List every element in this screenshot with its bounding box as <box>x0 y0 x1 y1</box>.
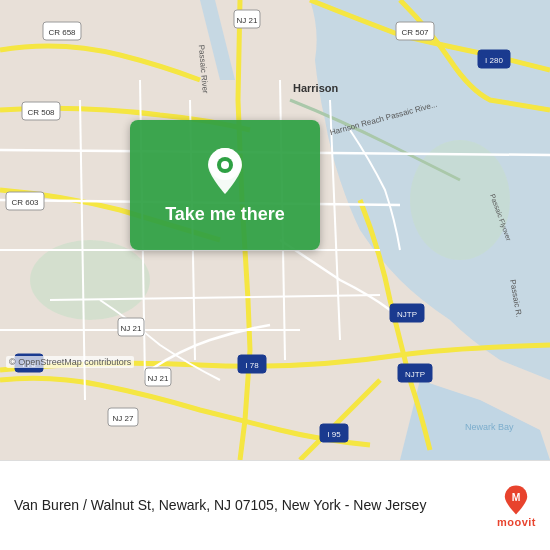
svg-text:NJTP: NJTP <box>405 370 425 379</box>
svg-text:Newark Bay: Newark Bay <box>465 422 514 432</box>
svg-text:CR 658: CR 658 <box>48 28 76 37</box>
svg-text:I 95: I 95 <box>327 430 341 439</box>
svg-text:NJTP: NJTP <box>397 310 417 319</box>
svg-text:CR 508: CR 508 <box>27 108 55 117</box>
svg-text:NJ 21: NJ 21 <box>148 374 169 383</box>
moovit-logo-icon: M <box>500 484 532 516</box>
svg-text:I 78: I 78 <box>245 361 259 370</box>
moovit-logo: M moovit <box>497 484 536 528</box>
svg-text:M: M <box>512 491 521 502</box>
svg-point-49 <box>221 161 229 169</box>
svg-text:NJ 21: NJ 21 <box>237 16 258 25</box>
svg-text:Harrison: Harrison <box>293 82 339 94</box>
map-container: CR 658 NJ 21 CR 507 I 280 CR 508 Harriso… <box>0 0 550 460</box>
moovit-text: moovit <box>497 516 536 528</box>
svg-text:I 280: I 280 <box>485 56 503 65</box>
location-pin-icon <box>205 146 245 196</box>
take-me-there-label: Take me there <box>165 204 285 225</box>
svg-text:NJ 21: NJ 21 <box>121 324 142 333</box>
address-text: Van Buren / Walnut St, Newark, NJ 07105,… <box>14 497 426 513</box>
svg-point-1 <box>30 240 150 320</box>
address-container: Van Buren / Walnut St, Newark, NJ 07105,… <box>14 496 487 516</box>
take-me-there-button[interactable]: Take me there <box>130 120 320 250</box>
svg-text:NJ 27: NJ 27 <box>113 414 134 423</box>
svg-text:CR 507: CR 507 <box>401 28 429 37</box>
info-bar: Van Buren / Walnut St, Newark, NJ 07105,… <box>0 460 550 550</box>
copyright-text: © OpenStreetMap contributors <box>6 356 134 368</box>
svg-text:CR 603: CR 603 <box>11 198 39 207</box>
